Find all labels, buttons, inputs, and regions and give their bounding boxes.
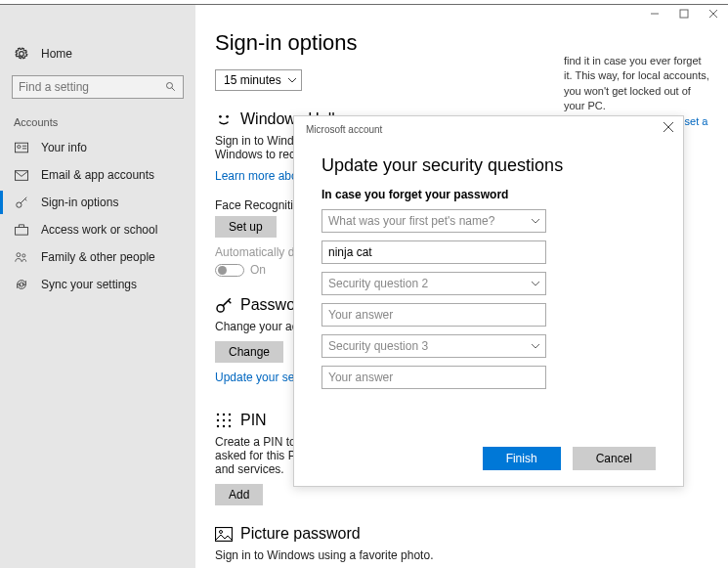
sidebar-item-label: Family & other people [41,250,155,264]
sidebar-item-sync[interactable]: Sync your settings [0,271,195,298]
finish-button[interactable]: Finish [483,447,561,470]
pin-icon [215,412,233,429]
face-icon [215,110,233,128]
svg-line-21 [229,301,232,304]
svg-point-18 [226,115,229,118]
key-icon [14,195,29,210]
require-signin-dropdown[interactable]: 15 minutes [215,69,302,91]
svg-rect-10 [15,170,27,180]
sidebar: Home Accounts Your info Email & app acco… [0,5,195,568]
svg-point-16 [22,254,25,257]
chevron-down-icon [532,344,539,349]
svg-point-22 [217,414,219,415]
dialog-subtitle: In case you forget your password [321,188,656,201]
svg-point-30 [229,425,231,427]
id-card-icon [14,140,29,155]
auto-dismiss-toggle[interactable] [215,264,244,277]
select-value: Security question 3 [328,339,428,353]
dropdown-value: 15 minutes [224,73,281,87]
pin-add-button[interactable]: Add [215,484,263,505]
svg-point-29 [223,425,225,427]
sidebar-item-work[interactable]: Access work or school [0,216,195,243]
picture-heading: Picture password [240,525,361,543]
sidebar-item-signin[interactable]: Sign-in options [0,189,195,216]
answer-3-input[interactable]: Your answer [321,366,546,389]
svg-point-17 [219,115,222,118]
sidebar-item-your-info[interactable]: Your info [0,134,195,161]
page-title: Sign-in options [215,30,708,56]
chevron-down-icon [288,78,296,83]
input-placeholder: Your answer [328,371,393,384]
search-input[interactable] [19,80,165,94]
pin-heading: PIN [240,412,267,429]
input-value: ninja cat [328,245,372,259]
home-label: Home [41,47,72,61]
svg-point-7 [18,146,21,149]
svg-point-28 [217,425,219,427]
picture-icon [215,527,233,542]
svg-point-24 [229,414,231,415]
question-1-select[interactable]: What was your first pet's name? [321,209,546,233]
sidebar-item-label: Your info [41,141,87,154]
svg-point-15 [17,253,21,257]
home-nav[interactable]: Home [0,40,195,67]
cancel-button[interactable]: Cancel [573,447,656,470]
sidebar-item-label: Access work or school [41,223,157,237]
sidebar-item-family[interactable]: Family & other people [0,243,195,271]
dialog-close-button[interactable] [664,122,673,132]
briefcase-icon [14,222,29,238]
help-text: find it in case you ever forget it. This… [564,54,710,114]
dialog-title: Update your security questions [321,155,656,176]
svg-rect-14 [16,227,28,235]
svg-point-25 [217,419,219,421]
question-2-select[interactable]: Security question 2 [321,272,546,295]
answer-1-input[interactable]: ninja cat [321,240,546,264]
svg-point-4 [167,83,173,89]
dialog-header: Microsoft account [306,124,382,135]
select-value: What was your first pet's name? [328,214,494,228]
picture-section: Picture password Sign in to Windows usin… [215,525,708,568]
chevron-down-icon [532,282,539,286]
sync-icon [14,277,29,292]
svg-line-5 [172,88,175,91]
svg-point-23 [223,414,225,415]
people-icon [14,249,29,265]
select-value: Security question 2 [328,277,428,290]
sidebar-item-label: Sync your settings [41,278,137,291]
chevron-down-icon [532,219,539,224]
mail-icon [14,167,29,183]
svg-point-27 [229,419,231,421]
sidebar-item-label: Email & app accounts [41,168,154,182]
key-icon [215,296,233,314]
setup-button[interactable]: Set up [215,216,277,238]
svg-rect-31 [216,527,233,541]
toggle-state: On [250,263,266,277]
change-button[interactable]: Change [215,341,283,363]
picture-desc: Sign in to Windows using a favorite phot… [215,548,508,562]
security-questions-dialog: Microsoft account Update your security q… [293,115,684,487]
search-icon [165,81,177,93]
gear-icon [14,46,29,62]
svg-line-13 [25,199,27,201]
search-input-wrap[interactable] [12,75,184,99]
answer-2-input[interactable]: Your answer [321,303,546,327]
sidebar-section-header: Accounts [0,112,195,134]
sidebar-item-email[interactable]: Email & app accounts [0,161,195,189]
svg-point-26 [223,419,225,421]
question-3-select[interactable]: Security question 3 [321,334,546,358]
svg-point-32 [220,530,223,533]
svg-rect-6 [15,143,27,153]
sidebar-item-label: Sign-in options [41,196,118,209]
input-placeholder: Your answer [328,308,393,322]
